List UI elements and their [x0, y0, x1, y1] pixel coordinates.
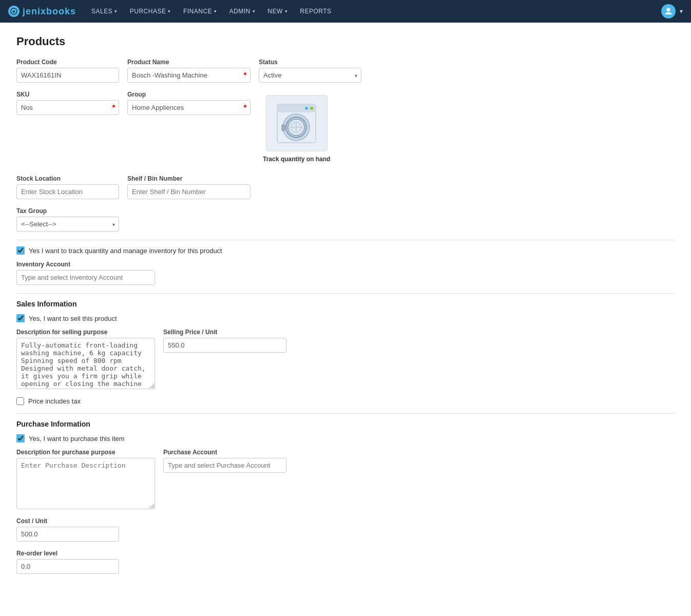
price-includes-tax-checkbox[interactable] [16, 397, 24, 405]
product-code-label: Product Code [16, 59, 119, 66]
inventory-account-input[interactable] [16, 270, 155, 285]
nav-chevron-icon[interactable]: ▾ [680, 8, 683, 15]
svg-rect-13 [282, 125, 285, 131]
product-image [266, 95, 328, 151]
status-label: Status [259, 59, 361, 66]
shelf-bin-input[interactable] [127, 184, 251, 199]
sku-group: SKU ★ [16, 91, 119, 115]
product-name-group: Product Name ★ [127, 59, 251, 83]
required-star: ★ [111, 103, 116, 109]
chevron-down-icon: ▾ [285, 9, 288, 14]
nav-finance[interactable]: FINANCE ▾ [178, 5, 222, 18]
product-code-group: Product Code [16, 59, 119, 83]
avatar[interactable] [661, 4, 676, 18]
track-quantity-checkbox-row: Yes I want to track quantity and manage … [16, 246, 675, 255]
chevron-down-icon: ▾ [168, 9, 171, 14]
svg-point-5 [305, 107, 308, 110]
row-basic-info: Product Code Product Name ★ Status Activ… [16, 59, 675, 83]
sales-section-title: Sales Information [16, 300, 675, 308]
cost-unit-group: Cost / Unit [16, 517, 675, 542]
nav-sales[interactable]: SALES ▾ [86, 5, 123, 18]
nav-reports[interactable]: REPORTS [295, 5, 336, 18]
sku-label: SKU [16, 91, 119, 98]
svg-point-2 [667, 8, 670, 12]
track-quantity-checkbox[interactable] [16, 246, 25, 255]
purchase-account-group: Purchase Account [163, 449, 286, 473]
row-stock-shelf: Stock Location Shelf / Bin Number [16, 175, 675, 199]
page-content: Products Product Code Product Name ★ Sta… [0, 23, 691, 616]
selling-desc-label: Description for selling purpose [16, 329, 155, 336]
product-image-area: Track quantity on hand [259, 91, 334, 167]
shelf-bin-label: Shelf / Bin Number [127, 175, 251, 182]
stock-location-group: Stock Location [16, 175, 119, 199]
stock-location-label: Stock Location [16, 175, 119, 182]
tax-group-select[interactable]: <--Select--> [16, 217, 119, 232]
group-group: Group ★ [127, 91, 251, 115]
navbar: ✦ jenixbooks SALES ▾ PURCHASE ▾ FINANCE … [0, 0, 691, 23]
group-input[interactable] [127, 100, 251, 115]
shelf-bin-group: Shelf / Bin Number [127, 175, 251, 199]
tax-group-label: Tax Group [16, 207, 119, 215]
purchase-desc-label: Description for purchase purpose [16, 449, 155, 456]
chevron-down-icon: ▾ [253, 9, 256, 14]
page-title: Products [16, 35, 675, 48]
logo-icon: ✦ [8, 6, 20, 17]
stock-location-input[interactable] [16, 184, 119, 199]
logo[interactable]: ✦ jenixbooks [8, 6, 76, 17]
purchase-item-label: Yes, I want to purchase this item [29, 435, 125, 442]
purchase-account-input[interactable] [163, 458, 286, 473]
purchase-account-label: Purchase Account [163, 449, 286, 456]
sell-checkbox-row: Yes, I want to sell this product [16, 314, 675, 322]
sell-product-label: Yes, I want to sell this product [29, 315, 117, 322]
reorder-input[interactable] [16, 559, 119, 574]
purchase-desc-group: Description for purchase purpose [16, 449, 155, 509]
nav-new[interactable]: NEW ▾ [262, 5, 293, 18]
chevron-down-icon: ▾ [214, 9, 217, 14]
nav-menu: SALES ▾ PURCHASE ▾ FINANCE ▾ ADMIN ▾ NEW… [86, 5, 651, 18]
inventory-account-label: Inventory Account [16, 261, 675, 268]
purchase-section-title: Purchase Information [16, 420, 675, 428]
sku-input[interactable] [16, 100, 119, 115]
reorder-group: Re-order level [16, 550, 675, 574]
cost-unit-input[interactable] [16, 527, 119, 542]
nav-purchase[interactable]: PURCHASE ▾ [125, 5, 176, 18]
svg-rect-4 [277, 104, 316, 112]
product-name-input[interactable] [127, 68, 251, 83]
purchase-desc-textarea[interactable] [16, 458, 155, 509]
row-sku-group: SKU ★ Group ★ [16, 91, 675, 167]
selling-price-input[interactable] [163, 338, 286, 353]
purchase-checkbox-row: Yes, I want to purchase this item [16, 434, 675, 442]
inventory-account-group: Inventory Account [16, 261, 675, 285]
row-tax-group: Tax Group <--Select--> ▾ [16, 207, 675, 232]
sell-product-checkbox[interactable] [16, 314, 25, 322]
reorder-label: Re-order level [16, 550, 675, 557]
cost-unit-label: Cost / Unit [16, 517, 675, 525]
purchase-item-checkbox[interactable] [16, 434, 25, 442]
row-selling-info: Description for selling purpose Selling … [16, 329, 675, 389]
required-star: ★ [243, 71, 247, 76]
selling-price-group: Selling Price / Unit [163, 329, 286, 353]
product-code-input[interactable] [16, 68, 119, 83]
selling-price-label: Selling Price / Unit [163, 329, 286, 336]
price-includes-tax-label: Price includes tax [28, 397, 81, 405]
status-select[interactable]: Active Inactive [259, 68, 361, 83]
group-label: Group [127, 91, 251, 98]
track-image-label: Track quantity on hand [263, 156, 330, 163]
selling-desc-textarea[interactable] [16, 338, 155, 389]
track-quantity-label: Yes I want to track quantity and manage … [29, 247, 222, 255]
required-star: ★ [243, 103, 247, 109]
nav-admin[interactable]: ADMIN ▾ [224, 5, 261, 18]
price-tax-row: Price includes tax [16, 397, 675, 405]
tax-group-group: Tax Group <--Select--> ▾ [16, 207, 119, 232]
nav-right: ▾ [661, 4, 683, 18]
svg-point-6 [310, 107, 313, 110]
logo-text: jenixbooks [23, 6, 76, 17]
status-group: Status Active Inactive ▾ [259, 59, 361, 83]
chevron-down-icon: ▾ [114, 9, 118, 14]
row-purchase-info: Description for purchase purpose Purchas… [16, 449, 675, 509]
product-name-label: Product Name [127, 59, 251, 66]
svg-text:✦: ✦ [12, 9, 16, 14]
selling-desc-group: Description for selling purpose [16, 329, 155, 389]
